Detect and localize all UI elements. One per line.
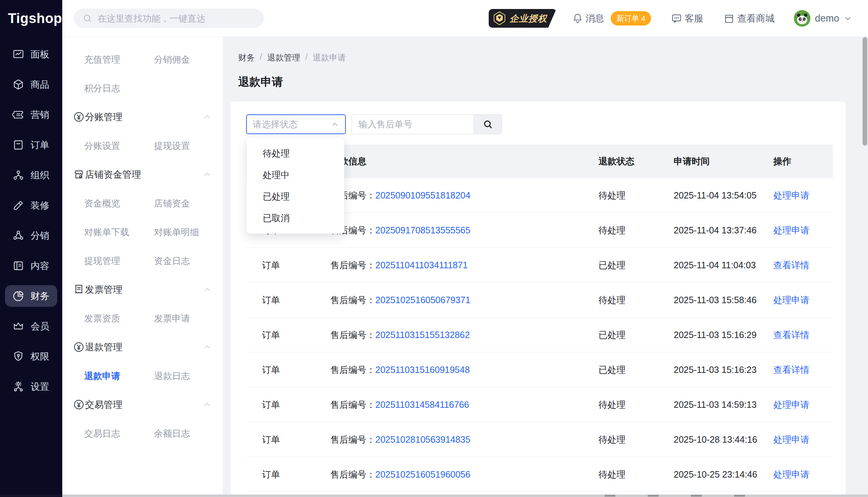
submenu-link[interactable]: 积分日志 — [84, 82, 120, 94]
order-tag: 订单 — [246, 434, 330, 446]
aftersale-sn-link[interactable]: 2025110315160919548 — [375, 365, 470, 375]
sidebar-item-distribution[interactable]: 分销 — [5, 225, 57, 246]
row-action-link[interactable]: 处理申请 — [773, 190, 833, 201]
search-button[interactable] — [474, 115, 502, 134]
view-shop-button[interactable]: 查看商城 — [723, 12, 774, 25]
chevron-up-icon[interactable] — [203, 170, 212, 179]
sidebar-item-org[interactable]: 组织 — [5, 164, 57, 186]
submenu-link[interactable]: 余额日志 — [154, 428, 190, 439]
row-action-link[interactable]: 处理申请 — [773, 399, 833, 411]
submenu-group-label[interactable]: 发票管理 — [85, 283, 122, 296]
submenu-link[interactable]: 分账设置 — [84, 140, 120, 152]
sidebar-item-marketing[interactable]: 营销 — [5, 104, 57, 126]
main-content: 财务 / 退款管理 / 退款申请 退款申请 请选择状态 输入售后单号 — [223, 37, 868, 497]
submenu-link[interactable]: 对账单明细 — [154, 226, 199, 238]
taskbar-sliver — [0, 494, 868, 497]
submenu-group: 交易管理 — [62, 390, 223, 419]
aftersale-sn-cell: 售后编号：2025102810563914835 — [330, 434, 598, 446]
aftersale-sn-input[interactable]: 输入售后单号 — [352, 115, 474, 134]
refund-status: 已处理 — [598, 364, 674, 376]
sidebar-item-member[interactable]: 会员 — [5, 315, 57, 337]
submenu-link-row: 积分日志 — [62, 74, 223, 102]
submenu-link[interactable]: 发票资质 — [84, 313, 120, 324]
sidebar-item-content[interactable]: 内容 — [5, 255, 57, 277]
taskbar-blip — [734, 495, 745, 497]
breadcrumb-separator: / — [305, 52, 307, 63]
aftersale-sn-link[interactable]: 2025110411034111871 — [375, 260, 468, 270]
applied-at: 2025-11-04 11:04:03 — [674, 260, 773, 270]
table-row: 订单售后编号：2025110315155132862已处理2025-11-03 … — [246, 318, 833, 352]
applied-at: 2025-11-04 13:37:46 — [674, 225, 773, 236]
row-action-link[interactable]: 处理申请 — [773, 224, 833, 236]
sidebar-item-dashboard[interactable]: 面板 — [5, 44, 57, 65]
submenu-group-label[interactable]: 退款管理 — [85, 341, 122, 354]
taskbar-sliver-dark — [0, 494, 62, 497]
submenu-link[interactable]: 交易日志 — [84, 428, 120, 439]
chevron-up-icon[interactable] — [203, 342, 212, 352]
submenu-group: 退款管理 — [62, 333, 223, 361]
column-applied-at: 申请时间 — [674, 155, 773, 167]
sidebar-item-settings[interactable]: 设置 — [5, 376, 57, 397]
sidebar-item-permission[interactable]: 权限 — [5, 346, 57, 367]
aftersale-sn-cell: 售后编号：2025110411034111871 — [330, 259, 598, 271]
status-option[interactable]: 处理中 — [247, 164, 344, 186]
status-select[interactable]: 请选择状态 — [246, 114, 346, 134]
sidebar-item-design[interactable]: 装修 — [5, 195, 57, 216]
row-action-link[interactable]: 处理申请 — [773, 469, 833, 480]
aftersale-sn-link[interactable]: 2025091708513555565 — [375, 225, 470, 235]
chevron-up-icon[interactable] — [203, 400, 212, 409]
status-option[interactable]: 已取消 — [247, 207, 344, 229]
submenu-link[interactable]: 店铺资金 — [154, 197, 190, 209]
submenu-link[interactable]: 提现管理 — [84, 255, 120, 267]
user-menu[interactable]: demo — [794, 10, 852, 27]
new-order-badge[interactable]: 新订单 4 — [611, 11, 651, 26]
breadcrumb-separator: / — [260, 52, 262, 63]
aftersale-sn-link[interactable]: 2025102810563914835 — [375, 434, 470, 444]
license-shield-icon — [492, 10, 507, 26]
submenu-link[interactable]: 对账单下载 — [84, 226, 129, 238]
breadcrumb-refund-management[interactable]: 退款管理 — [267, 52, 300, 63]
aftersale-sn-cell: 售后编号：2025091708513555565 — [330, 224, 598, 236]
status-option[interactable]: 待处理 — [247, 142, 344, 164]
submenu-link[interactable]: 提现设置 — [154, 140, 190, 152]
sidebar-item-finance[interactable]: 财务 — [5, 285, 57, 307]
submenu-link[interactable]: 退款申请 — [84, 370, 120, 382]
submenu-link[interactable]: 分销佣金 — [154, 54, 190, 65]
row-action-link[interactable]: 查看详情 — [773, 364, 833, 376]
submenu-link[interactable]: 退款日志 — [154, 370, 190, 382]
submenu-link[interactable]: 资金概览 — [84, 197, 120, 209]
row-action-link[interactable]: 处理申请 — [773, 434, 833, 446]
submenu-link[interactable]: 资金日志 — [154, 255, 190, 267]
submenu-link[interactable]: 充值管理 — [84, 54, 120, 65]
vertical-scrollbar-thumb[interactable] — [863, 37, 867, 146]
aftersale-sn-link[interactable]: 2025090109551818204 — [375, 190, 470, 200]
aftersale-sn-label: 售后编号： — [330, 469, 375, 479]
submenu-group-label[interactable]: 交易管理 — [85, 398, 122, 411]
aftersale-sn-link[interactable]: 2025110314584116766 — [375, 400, 469, 410]
chevron-up-icon[interactable] — [203, 285, 212, 294]
submenu-group-label[interactable]: 店铺资金管理 — [85, 168, 141, 181]
global-search-input[interactable]: 在这里查找功能，一键直达 — [74, 9, 264, 28]
submenu-group-label[interactable]: 分账管理 — [85, 111, 122, 123]
goods-icon — [12, 78, 24, 91]
invoice-icon — [73, 283, 85, 296]
column-refund-info: 退款信息 — [330, 155, 598, 167]
row-action-link[interactable]: 查看详情 — [773, 329, 833, 341]
chevron-up-icon[interactable] — [203, 112, 212, 122]
breadcrumb-finance[interactable]: 财务 — [238, 52, 255, 63]
aftersale-sn-link[interactable]: 2025110315155132862 — [375, 330, 470, 340]
support-button[interactable]: 客服 — [671, 12, 703, 25]
sidebar-item-label: 会员 — [31, 320, 49, 333]
submenu-link-row: 发票资质发票申请 — [62, 304, 223, 333]
row-action-link[interactable]: 查看详情 — [773, 259, 833, 271]
submenu-link[interactable]: 发票申请 — [154, 313, 190, 324]
status-option[interactable]: 已处理 — [247, 186, 344, 207]
aftersale-sn-link[interactable]: 2025102516051960056 — [375, 469, 470, 479]
messages-button[interactable]: 消息 新订单 4 — [572, 11, 651, 26]
sidebar-item-order[interactable]: 订单 — [5, 134, 57, 156]
aftersale-sn-link[interactable]: 2025102516050679371 — [375, 295, 470, 305]
sidebar-item-goods[interactable]: 商品 — [5, 74, 57, 95]
primary-nav: 面板商品营销订单组织装修分销内容财务会员权限设置 — [0, 37, 62, 397]
sidebar-item-label: 装修 — [31, 199, 49, 212]
row-action-link[interactable]: 处理申请 — [773, 294, 833, 306]
